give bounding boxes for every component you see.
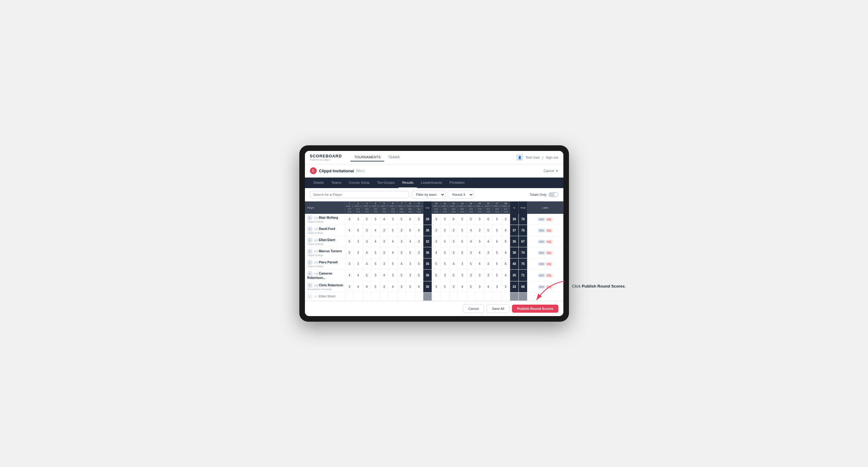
tournament-title: Clippd Invitational (319, 168, 354, 173)
user-name: Test User (526, 156, 540, 159)
nav-right: 👤 Test User | Sign out (516, 154, 558, 161)
player-cell: ≡ (A) Blair McHarg Clippd College (305, 214, 345, 225)
th-h14: 14PAR: 3183 YDS (467, 201, 475, 214)
th-label: Label (527, 201, 563, 214)
player-cell: ≡ (A) Chris Robertson Scoreboard Univers… (305, 281, 345, 292)
annotation: Click Publish Round Scores. (572, 284, 629, 289)
player-rank-icon: ≡ (307, 294, 312, 299)
tab-course-setup[interactable]: Course Setup (345, 178, 373, 188)
tournament-icon: C (310, 167, 317, 174)
tab-printables[interactable]: Printables (445, 178, 468, 188)
player-rank-icon: ≡ (307, 271, 312, 276)
table-row: ≡ (A) Blair McHarg Clippd College 335543… (305, 214, 563, 225)
th-h10: 10PAR: 5519 YDS (432, 201, 441, 214)
table-row: ≡ (A) Chris Robertson Scoreboard Univers… (305, 281, 563, 292)
score-table-wrapper: Player 1PAR: 4370 YDS 2PAR: 5511 YDS 3PA… (305, 201, 563, 301)
table-row: ≡ (A) Piers Parnell Clippd College 33453… (305, 258, 563, 270)
app-logo-sub: Powered by clippd (310, 158, 342, 161)
th-out: Out (423, 201, 432, 214)
tab-results[interactable]: Results (399, 178, 417, 188)
th-h11: 11PAR: 3180 YDS (441, 201, 450, 214)
nav-divider: | (542, 156, 543, 159)
nav-teams[interactable]: TEAMS (384, 153, 403, 161)
th-player: Player (305, 201, 345, 214)
save-all-button[interactable]: Save All (487, 304, 509, 313)
tournament-header: C Clippd Invitational (Men) Cancel ✕ (305, 164, 563, 178)
tab-teams[interactable]: Teams (328, 178, 345, 188)
th-h15: 15PAR: 4448 YDS (475, 201, 484, 214)
tab-tee-groups[interactable]: Tee Groups (373, 178, 399, 188)
th-h17: 17PAR: 4409 YDS (493, 201, 501, 214)
cancel-button[interactable]: Cancel (463, 304, 484, 313)
tab-leaderboards[interactable]: Leaderboards (417, 178, 445, 188)
tournament-gender: (Men) (356, 169, 365, 173)
top-nav: SCOREBOARD Powered by clippd TOURNAMENTS… (305, 151, 563, 164)
search-input[interactable] (310, 191, 409, 198)
score-table: Player 1PAR: 4370 YDS 2PAR: 5511 YDS 3PA… (305, 201, 563, 301)
th-h5: 5PAR: 5536 YDS (380, 201, 389, 214)
player-cell: ≡ (A) Elliot Short (305, 292, 345, 301)
annotation-arrow (530, 280, 567, 305)
sign-out-link[interactable]: Sign out (546, 156, 558, 159)
th-h12: 12PAR: 4486 YDS (450, 201, 458, 214)
footer-bar: Cancel Save All Publish Round Scores (305, 301, 563, 316)
tab-details[interactable]: Details (310, 178, 328, 188)
player-cell: ≡ (A) David Ford Clippd College (305, 225, 345, 236)
table-row: ≡ (A) Elliot Short (305, 292, 563, 301)
player-rank-icon: ≡ (307, 215, 312, 220)
player-cell: ≡ (A) Cameron Robertson... (305, 270, 345, 281)
table-row: ≡ (A) Elliot Ebert Clippd College 533434… (305, 236, 563, 247)
th-total: Total (519, 201, 527, 214)
device-frame: SCOREBOARD Powered by clippd TOURNAMENTS… (299, 145, 569, 322)
th-h3: 3PAR: 3433 YDS (363, 201, 371, 214)
player-rank-icon: ≡ (307, 238, 312, 243)
app-logo: SCOREBOARD (310, 154, 342, 158)
th-h6: 6PAR: 3194 YDS (389, 201, 397, 214)
user-icon: 👤 (516, 154, 523, 161)
player-cell: ≡ (A) Marcus Turners Clippd College (305, 247, 345, 258)
player-rank-icon: ≡ (307, 260, 312, 265)
totals-toggle-area: Totals Only (530, 192, 558, 197)
table-row: ≡ (A) Cameron Robertson... 445343535 36 … (305, 270, 563, 281)
player-rank-icon: ≡ (307, 249, 312, 254)
player-rank-icon: ≡ (307, 226, 312, 231)
player-rank-icon: ≡ (307, 283, 312, 288)
th-h8: 8PAR: 4391 YDS (406, 201, 415, 214)
th-h4: 4PAR: 4166 YDS (371, 201, 380, 214)
toolbar: Filter by team Round 3 Totals Only (305, 188, 563, 201)
tab-bar: Details Teams Course Setup Tee Groups Re… (305, 178, 563, 188)
th-h2: 2PAR: 5511 YDS (354, 201, 363, 214)
th-h13: 13PAR: 4385 YDS (458, 201, 467, 214)
publish-round-scores-button[interactable]: Publish Round Scores (512, 305, 558, 313)
player-cell: ≡ (A) Piers Parnell Clippd College (305, 258, 345, 270)
table-row: ≡ (A) David Ford Clippd College 46343536… (305, 225, 563, 236)
th-h18: 18PAR: 4422 YDS (501, 201, 510, 214)
round-select[interactable]: Round 3 (448, 191, 474, 199)
player-cell: ≡ (A) Elliot Ebert Clippd College (305, 236, 345, 247)
close-icon: ✕ (556, 169, 558, 173)
table-row: ≡ (A) Marcus Turners Clippd College 5345… (305, 247, 563, 258)
th-h1: 1PAR: 4370 YDS (345, 201, 354, 214)
th-h16: 16PAR: 5510 YDS (484, 201, 493, 214)
th-h9: 9PAR: 4422 YDS (415, 201, 423, 214)
tournament-cancel-btn[interactable]: Cancel ✕ (544, 169, 558, 173)
totals-label: Totals Only (530, 193, 546, 196)
nav-tournaments[interactable]: TOURNAMENTS (350, 153, 384, 161)
device-screen: SCOREBOARD Powered by clippd TOURNAMENTS… (305, 151, 563, 316)
logo-area: SCOREBOARD Powered by clippd (310, 154, 342, 161)
totals-toggle-switch[interactable] (549, 192, 558, 197)
nav-links: TOURNAMENTS TEAMS (350, 153, 403, 161)
th-in: In (510, 201, 519, 214)
filter-by-team-select[interactable]: Filter by team (411, 191, 445, 199)
th-h7: 7PAR: 4446 YDS (397, 201, 406, 214)
